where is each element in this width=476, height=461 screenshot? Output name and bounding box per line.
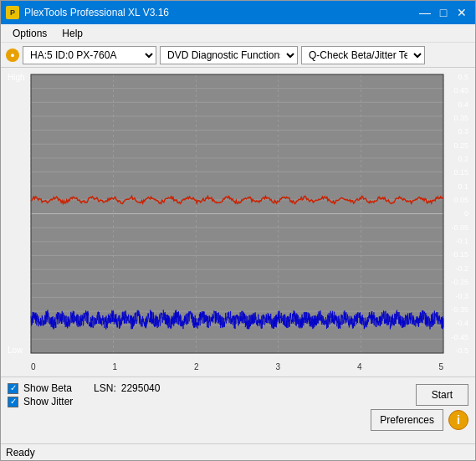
menu-help[interactable]: Help xyxy=(55,26,90,41)
minimize-button[interactable]: — xyxy=(417,4,433,21)
function-select[interactable]: DVD Diagnostic Functions xyxy=(160,46,298,64)
title-bar-controls: — □ ✕ xyxy=(417,4,470,21)
app-icon: P xyxy=(6,6,19,19)
chart-canvas xyxy=(6,71,470,356)
chart-container: 0.5 0.45 0.4 0.35 0.3 0.25 0.2 0.15 0.1 … xyxy=(6,71,470,356)
show-jitter-checkbox[interactable]: ✓ xyxy=(8,397,18,407)
show-jitter-label: Show Jitter xyxy=(23,396,73,407)
preferences-button[interactable]: Preferences xyxy=(371,409,443,431)
preferences-row: Preferences i xyxy=(8,409,468,431)
status-bar: Ready xyxy=(1,443,475,460)
menu-bar: Options Help xyxy=(1,24,475,43)
show-jitter-row: ✓ Show Jitter xyxy=(8,396,160,407)
controls-row: ✓ Show Beta LSN: 2295040 ✓ Show Jitter S… xyxy=(8,382,468,407)
main-window: P PlexTools Professional XL V3.16 — □ ✕ … xyxy=(0,0,476,461)
high-label: High xyxy=(8,73,25,82)
close-button[interactable]: ✕ xyxy=(453,4,470,21)
checkboxes-area: ✓ Show Beta LSN: 2295040 ✓ Show Jitter xyxy=(8,382,160,407)
device-icon: ● xyxy=(6,49,19,62)
title-bar-left: P PlexTools Professional XL V3.16 xyxy=(6,6,169,19)
device-select[interactable]: HA:5 ID:0 PX-760A xyxy=(23,46,156,64)
window-title: PlexTools Professional XL V3.16 xyxy=(24,7,169,18)
show-beta-row: ✓ Show Beta LSN: 2295040 xyxy=(8,382,160,394)
maximize-button[interactable]: □ xyxy=(435,4,452,21)
lsn-value: 2295040 xyxy=(121,382,161,394)
show-beta-label: Show Beta xyxy=(23,382,72,394)
chart-wrapper: 0.5 0.45 0.4 0.35 0.3 0.25 0.2 0.15 0.1 … xyxy=(6,71,470,356)
x-axis: 0 1 2 3 4 5 xyxy=(31,362,443,371)
status-text: Ready xyxy=(6,447,35,458)
test-select[interactable]: Q-Check Beta/Jitter Test xyxy=(301,46,425,64)
low-label: Low xyxy=(8,346,23,355)
show-beta-checkbox[interactable]: ✓ xyxy=(8,383,18,394)
info-button[interactable]: i xyxy=(448,410,468,430)
y-axis-right: 0.5 0.45 0.4 0.35 0.3 0.25 0.2 0.15 0.1 … xyxy=(443,71,470,356)
toolbar: ● HA:5 ID:0 PX-760A DVD Diagnostic Funct… xyxy=(1,43,475,68)
title-bar: P PlexTools Professional XL V3.16 — □ ✕ xyxy=(1,1,475,24)
lsn-label: LSN: xyxy=(94,382,116,394)
start-button[interactable]: Start xyxy=(416,384,468,406)
menu-options[interactable]: Options xyxy=(6,26,54,41)
bottom-panel: ✓ Show Beta LSN: 2295040 ✓ Show Jitter S… xyxy=(1,376,475,443)
